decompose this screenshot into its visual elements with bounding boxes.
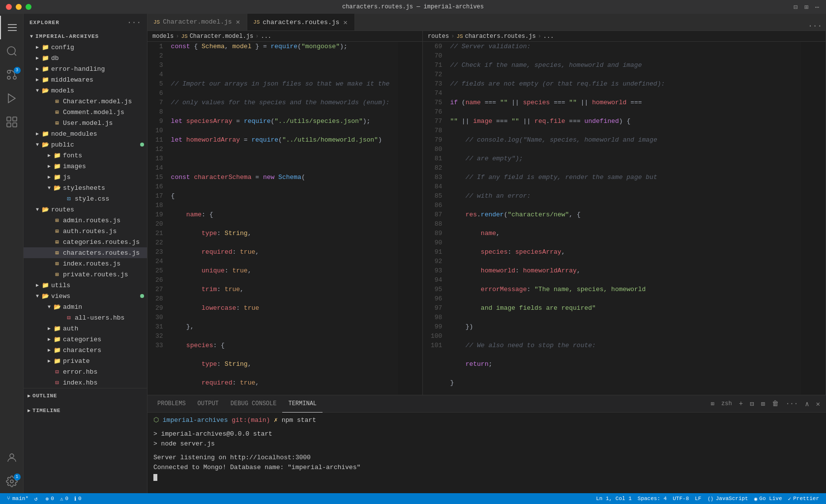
breadcrumb-routes[interactable]: routes (428, 33, 449, 40)
tab-close-character-model[interactable]: ✕ (235, 17, 241, 27)
tree-item-public[interactable]: ▼ 📂 public (24, 139, 147, 150)
terminal-content[interactable]: ⬡ imperial-archives git:(main) ✗ npm sta… (148, 413, 826, 493)
status-prettier[interactable]: ✓ Prettier (785, 493, 822, 504)
tree-item-character-model[interactable]: ⊞ Character.model.js (24, 96, 147, 107)
status-spaces[interactable]: Spaces: 4 (635, 493, 670, 504)
breadcrumb-dots-right[interactable]: ... (543, 33, 554, 40)
minimize-button[interactable] (16, 4, 22, 10)
folder-icon: 📁 (41, 281, 49, 289)
tab-output[interactable]: OUTPUT (192, 395, 225, 413)
terminal-close-button[interactable]: ✕ (814, 399, 822, 409)
tree-item-middlewares[interactable]: ▶ 📁 middlewares (24, 74, 147, 85)
breadcrumb-left: models › JS Character.model.js › ... (148, 31, 422, 42)
tree-item-admin[interactable]: ▼ 📂 admin (24, 301, 147, 312)
status-language[interactable]: ⟨⟩ JavaScript (704, 493, 751, 504)
breadcrumb-models[interactable]: models (152, 33, 174, 40)
editors: models › JS Character.model.js › ... 123… (148, 31, 826, 395)
maximize-button[interactable] (26, 4, 31, 10)
tree-item-js[interactable]: ▶ 📁 js (24, 172, 147, 182)
tree-item-style-css[interactable]: ⊡ style.css (24, 193, 147, 204)
sidebar-item-explorer[interactable] (0, 16, 24, 39)
tree-item-private[interactable]: ▶ 📁 private (24, 356, 147, 366)
sidebar-item-search[interactable] (0, 39, 24, 63)
tree-item-user-model[interactable]: ⊞ User.model.js (24, 118, 147, 128)
tree-item-admin-routes[interactable]: ⊞ admin.routes.js (24, 215, 147, 226)
code-editor-left[interactable]: 12345 678910 1112131415 1617181920 21222… (148, 42, 422, 395)
timeline-header[interactable]: ▶ TIMELINE (24, 405, 147, 416)
chevron-down-icon: ▼ (33, 142, 41, 148)
tree-label-index-hbs: index.hbs (63, 379, 97, 386)
sidebar-item-run[interactable] (0, 87, 24, 110)
window-controls: ⊟ ⊞ ⋯ (792, 3, 821, 11)
tree-item-db[interactable]: ▶ 📁 db (24, 53, 147, 63)
split-editor-icon[interactable]: ⊟ (792, 3, 799, 11)
status-info[interactable]: ℹ 0 (71, 493, 85, 504)
status-errors[interactable]: ⊗ 0 (43, 493, 57, 504)
tree-label-style-css: style.css (75, 195, 109, 203)
tab-more-button[interactable]: ··· (804, 22, 826, 30)
tree-item-private-routes[interactable]: ⊞ private.routes.js (24, 269, 147, 280)
outline-header[interactable]: ▶ OUTLINE (24, 390, 147, 401)
tree-item-index-routes[interactable]: ⊞ index.routes.js (24, 258, 147, 269)
terminal-split-button[interactable]: ⊟ (748, 399, 756, 409)
tab-terminal[interactable]: TERMINAL (282, 395, 323, 413)
tree-item-config[interactable]: ▶ 📁 config (24, 42, 147, 53)
tree-item-all-users-hbs[interactable]: ⊟ all-users.hbs (24, 312, 147, 323)
js-file-icon: ⊞ (53, 216, 61, 224)
tree-item-views[interactable]: ▼ 📂 views (24, 291, 147, 301)
tree-item-index-hbs[interactable]: ⊟ index.hbs (24, 377, 147, 388)
tree-item-error-hbs[interactable]: ⊟ error.hbs (24, 366, 147, 377)
tree-item-categories-routes[interactable]: ⊞ categories.routes.js (24, 237, 147, 247)
status-encoding[interactable]: UTF-8 (670, 493, 692, 504)
tree-item-fonts[interactable]: ▶ 📁 fonts (24, 150, 147, 161)
tree-item-comment-model[interactable]: ⊞ Comment.model.js (24, 107, 147, 118)
tree-item-models[interactable]: ▼ 📂 models (24, 85, 147, 96)
sidebar-item-extensions[interactable] (0, 110, 24, 134)
tab-close-characters-routes[interactable]: ✕ (342, 17, 348, 28)
tab-problems[interactable]: PROBLEMS (151, 395, 192, 413)
sidebar-item-settings[interactable]: 1 (0, 470, 24, 493)
tree-item-auth[interactable]: ▶ 📁 auth (24, 323, 147, 334)
terminal-more-button[interactable]: ··· (784, 399, 800, 409)
tree-item-auth-routes[interactable]: ⊞ auth.routes.js (24, 226, 147, 237)
tab-debug-console[interactable]: DEBUG CONSOLE (225, 395, 283, 413)
layout-icon[interactable]: ⊞ (802, 3, 810, 11)
status-cursor-position[interactable]: Ln 1, Col 1 (593, 493, 635, 504)
tree-item-node-modules[interactable]: ▶ 📁 node_modules (24, 128, 147, 139)
terminal-add-button[interactable]: + (737, 399, 745, 409)
status-go-live[interactable]: ◉ Go Live (751, 493, 785, 504)
more-icon[interactable]: ⋯ (813, 3, 821, 11)
status-warnings[interactable]: ⚠ 0 (57, 493, 71, 504)
js-file-icon: ⊞ (53, 108, 61, 116)
terminal-layout-button[interactable]: ⊞ (759, 399, 767, 409)
status-sync[interactable]: ↺ (31, 493, 43, 504)
tab-character-model[interactable]: JS Character.model.js ✕ (148, 14, 247, 30)
git-branch-icon: ⑂ (7, 496, 10, 502)
sidebar-item-account[interactable] (0, 446, 24, 470)
terminal-collapse-button[interactable]: ∧ (803, 399, 811, 409)
go-live-text: Go Live (759, 496, 782, 502)
tree-item-routes[interactable]: ▼ 📂 routes (24, 204, 147, 215)
tree-item-utils[interactable]: ▶ 📁 utils (24, 280, 147, 291)
tree-item-stylesheets[interactable]: ▼ 📂 stylesheets (24, 182, 147, 193)
close-button[interactable] (6, 4, 12, 10)
tree-item-categories[interactable]: ▶ 📁 categories (24, 334, 147, 345)
tree-item-root[interactable]: ▼ IMPERIAL-ARCHIVES (24, 31, 147, 42)
status-line-ending[interactable]: LF (692, 493, 704, 504)
tab-characters-routes[interactable]: JS characters.routes.js ✕ (247, 14, 355, 30)
sidebar-item-source-control[interactable]: 3 (0, 63, 24, 87)
folder-open-icon: 📂 (53, 184, 61, 192)
sidebar-more-button[interactable]: ··· (127, 18, 141, 27)
tree-item-characters[interactable]: ▶ 📁 characters (24, 345, 147, 356)
tree-item-images[interactable]: ▶ 📁 images (24, 161, 147, 172)
code-editor-right[interactable]: 6970717273 7475767778 7980818283 8485868… (423, 42, 826, 395)
timeline-section: ▶ TIMELINE (24, 403, 147, 418)
tree-item-characters-routes[interactable]: ⊞ characters.routes.js (24, 247, 147, 258)
breadcrumb-characters-routes[interactable]: characters.routes.js (465, 33, 536, 40)
breadcrumb-character-model[interactable]: Character.model.js (190, 33, 254, 40)
status-git-branch[interactable]: ⑂ main* (4, 493, 31, 504)
breadcrumb-dots[interactable]: ... (261, 33, 271, 40)
tab-label-character-model: Character.model.js (163, 18, 232, 26)
terminal-trash-button[interactable]: 🗑 (770, 399, 781, 409)
tree-item-error-handling[interactable]: ▶ 📁 error-handling (24, 63, 147, 74)
